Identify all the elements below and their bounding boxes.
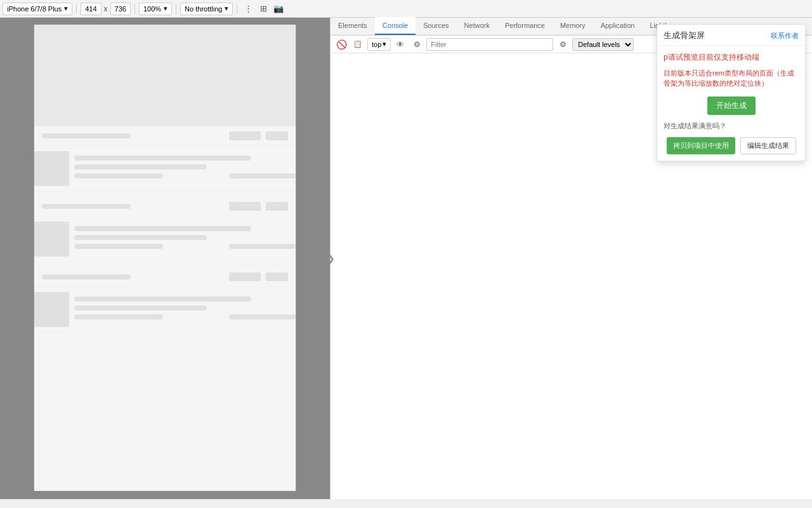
skeleton-thumbnail-1 xyxy=(34,151,69,186)
toolbar-separator-4 xyxy=(237,4,237,14)
throttle-selector[interactable]: No throttling ▾ xyxy=(180,3,233,15)
skeleton-tag-3 xyxy=(229,202,261,211)
tab-elements[interactable]: Elements xyxy=(331,17,375,35)
skeleton-line-9 xyxy=(74,314,163,319)
tab-console[interactable]: Console xyxy=(375,17,416,35)
height-input[interactable]: 736 xyxy=(110,3,131,15)
skeleton-line-4 xyxy=(74,226,251,231)
skeleton-top-row-1 xyxy=(34,126,296,146)
skeleton-line-6 xyxy=(74,244,163,249)
popup-apply-button[interactable]: 拷贝到项目中使用 xyxy=(667,137,735,154)
skeleton-price-1 xyxy=(229,173,296,178)
skeleton-price-3 xyxy=(229,314,296,319)
skeleton-line-5 xyxy=(74,235,207,240)
more-options-button[interactable]: ⋮ xyxy=(241,3,255,15)
skeleton-price-2 xyxy=(229,244,296,249)
filter-icon-button[interactable]: ⚙ xyxy=(410,38,424,51)
skeleton-top-row-3 xyxy=(34,267,296,287)
filter-settings-button[interactable]: ⚙ xyxy=(556,38,570,51)
toolbar-separator-1 xyxy=(76,4,77,14)
frame-selector[interactable]: top ▾ xyxy=(367,38,391,51)
popup-card: 生成骨架屏 联系作者 p请试预览目前仅支持移动端 目前版本只适合rem类型布局的… xyxy=(657,24,806,161)
toolbar-separator-3 xyxy=(176,4,176,14)
skeleton-text-area-3 xyxy=(74,297,296,323)
skeleton-line xyxy=(42,133,131,138)
popup-info-text: 目前版本只适合rem类型布局的页面（生成骨架为等比缩放数的绝对定位块） xyxy=(664,68,799,89)
skeleton-row-2 xyxy=(34,217,296,262)
skeleton-line-top-2 xyxy=(42,204,131,209)
skeleton-line-top-3 xyxy=(42,274,131,279)
toolbar-separator-2 xyxy=(134,4,135,14)
clear-console-button[interactable]: 🚫 xyxy=(334,38,348,51)
tab-sources[interactable]: Sources xyxy=(416,17,456,35)
skeleton-text-area-1 xyxy=(74,156,296,182)
skeleton-inline-row-2 xyxy=(74,244,296,253)
skeleton-row-3 xyxy=(34,287,296,333)
popup-generate-button[interactable]: 开始生成 xyxy=(707,97,756,115)
popup-title: 生成骨架屏 xyxy=(664,30,705,41)
create-live-expression-button[interactable]: 👁 xyxy=(393,38,407,51)
skeleton-line-2 xyxy=(74,164,207,170)
skeleton-line-7 xyxy=(74,297,251,302)
chevron-down-icon: ▾ xyxy=(225,4,228,13)
frame-value: top xyxy=(372,41,381,48)
popup-edit-button[interactable]: 编辑生成结果 xyxy=(740,137,796,154)
skeleton-top-row-2 xyxy=(34,197,296,217)
tab-network[interactable]: Network xyxy=(457,17,497,35)
viewport-area: ❯ xyxy=(0,18,330,499)
sidebar-expand-arrow[interactable]: ❯ xyxy=(327,253,335,264)
log-level-select[interactable]: Default levels xyxy=(572,38,634,51)
tab-memory[interactable]: Memory xyxy=(553,17,593,35)
width-input[interactable]: 414 xyxy=(81,3,101,15)
skeleton-inline-row-3 xyxy=(74,314,296,323)
devtools-panel: Elements Console Sources Network Perform… xyxy=(330,18,812,499)
zoom-selector[interactable]: 100% ▾ xyxy=(139,3,172,15)
popup-contact-link[interactable]: 联系作者 xyxy=(771,31,799,41)
chevron-down-icon: ▾ xyxy=(64,4,68,13)
skeleton-screen xyxy=(34,25,296,491)
popup-action-buttons: 拷贝到项目中使用 编辑生成结果 xyxy=(664,137,799,154)
popup-body: p请试预览目前仅支持移动端 目前版本只适合rem类型布局的页面（生成骨架为等比缩… xyxy=(657,46,805,161)
tab-performance[interactable]: Performance xyxy=(497,17,553,35)
skeleton-row-1 xyxy=(34,146,296,192)
skeleton-line-1 xyxy=(74,156,251,161)
device-selector[interactable]: iPhone 6/7/8 Plus ▾ xyxy=(3,3,72,15)
skeleton-thumbnail-3 xyxy=(34,292,69,327)
console-filter-input[interactable] xyxy=(426,38,553,51)
skeleton-text-area-2 xyxy=(74,226,296,253)
popup-warning-text: p请试预览目前仅支持移动端 xyxy=(664,52,799,63)
chevron-down-icon: ▾ xyxy=(164,4,167,13)
popup-header: 生成骨架屏 联系作者 xyxy=(657,25,805,46)
devtools-toolbar: iPhone 6/7/8 Plus ▾ 414 x 736 100% ▾ No … xyxy=(0,0,812,18)
popup-question-text: 对生成结果满意吗？ xyxy=(664,121,799,131)
skeleton-tag-6 xyxy=(266,272,288,281)
skeleton-line-3 xyxy=(74,173,163,178)
skeleton-thumbnail-2 xyxy=(34,222,69,257)
skeleton-header-image xyxy=(34,25,296,126)
main-container: ❯ Elements Console Sources Network Perfo… xyxy=(0,18,812,499)
skeleton-tag-5 xyxy=(229,272,261,281)
skeleton-line-8 xyxy=(74,305,207,311)
device-label: iPhone 6/7/8 Plus xyxy=(7,5,62,13)
preserve-log-button[interactable]: 📋 xyxy=(351,38,365,51)
skeleton-tag-1 xyxy=(229,131,261,140)
device-frame xyxy=(34,24,296,491)
tab-application[interactable]: Application xyxy=(593,17,643,35)
chevron-down-icon: ▾ xyxy=(383,40,386,48)
skeleton-tag-2 xyxy=(266,131,288,140)
skeleton-inline-row-1 xyxy=(74,173,296,182)
responsive-icon-button[interactable]: ⊞ xyxy=(256,3,270,15)
skeleton-tag-4 xyxy=(266,202,288,211)
dimension-separator: x xyxy=(103,4,109,13)
screenshot-button[interactable]: 📷 xyxy=(272,3,285,15)
